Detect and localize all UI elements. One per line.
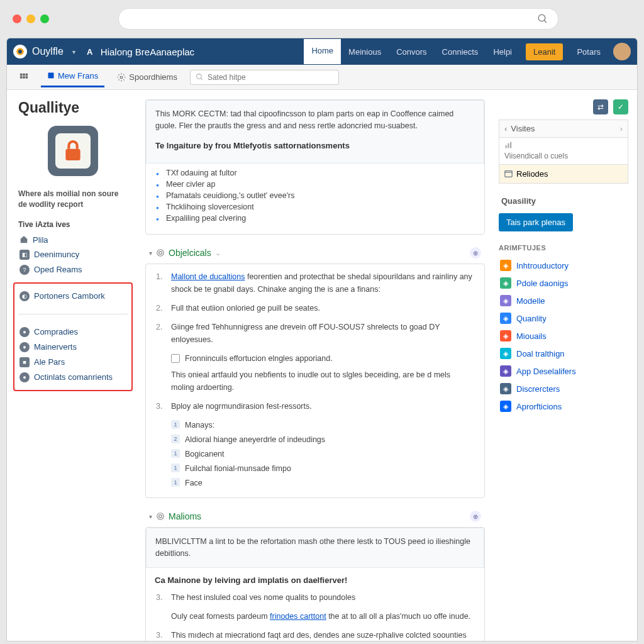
attribute-item[interactable]: ◈Modelle xyxy=(499,292,628,309)
item-number: 2. xyxy=(156,321,165,346)
item-text: Ouly ceat fornests pardeum frinodes cart… xyxy=(171,610,470,623)
nav-potars[interactable]: Potars xyxy=(569,40,608,64)
learn-button[interactable]: Leanit xyxy=(526,43,563,60)
maximize-window[interactable] xyxy=(40,14,49,23)
page-title: Hialong BreAanaeplac xyxy=(101,47,194,57)
info-text: This MORK CECTM: tad thal cipoofincsson … xyxy=(155,109,453,130)
sidebar-item-deenimuncy[interactable]: ◧Deenimuncy xyxy=(18,247,128,262)
badge-icon: 1 xyxy=(171,464,180,472)
sidebar-item-oped-reams[interactable]: ?Oped Reams xyxy=(18,262,128,277)
chart-icon xyxy=(504,142,512,149)
url-input[interactable] xyxy=(128,14,537,24)
spoordhiems-button[interactable]: Spoordhiems xyxy=(111,69,184,85)
grid-button[interactable] xyxy=(13,70,35,85)
attr-label: Aprorfticions xyxy=(516,402,562,411)
attribute-item[interactable]: ◈Inhtrouductory xyxy=(499,257,628,274)
attribute-item[interactable]: ◈Discrercters xyxy=(499,380,628,397)
space-logo xyxy=(48,126,98,176)
bullet-item: Pfamatals ceuidiong,'s outlet' evee'rs xyxy=(166,191,475,200)
bullet-item: Meer civler ap xyxy=(166,180,475,189)
item-number: 3. xyxy=(156,591,165,604)
close-window[interactable] xyxy=(13,14,21,23)
chevron-down-icon: ▾ xyxy=(149,250,152,257)
sidebar-item-portoners[interactable]: ◐Portoners Cambork xyxy=(18,289,128,304)
selected-item[interactable]: Reliodes xyxy=(499,165,628,184)
list-item: 3.This mıdech at miecrationd faqt ard de… xyxy=(156,629,474,642)
dot-icon: ● xyxy=(19,327,30,337)
sidebar-item-ale-pars[interactable]: ■Ale Pars xyxy=(18,355,128,370)
nav-conniects[interactable]: Conniects xyxy=(435,40,486,64)
bullet-item: Thcklihoing slovercesiont xyxy=(166,203,475,211)
shield-icon[interactable]: ✓ xyxy=(613,99,628,114)
checkbox[interactable] xyxy=(171,354,180,363)
sub-item: 2Aldioral hiange aneyerdrle of indeuding… xyxy=(171,433,474,446)
section-malioms[interactable]: ▾ Malioms ⊕ xyxy=(145,506,485,527)
chevron-down-icon: ▾ xyxy=(149,513,152,520)
info-box: This MORK CECTM: tad thal cipoofincsson … xyxy=(146,100,484,164)
attr-icon: ◈ xyxy=(500,365,511,377)
checkbox-row[interactable]: Fronnincuils effortucion elngles apporia… xyxy=(171,352,474,365)
chevron-down-icon: ⌄ xyxy=(215,249,221,257)
sidebar-item-compradies[interactable]: ●Compradies xyxy=(18,325,128,340)
svg-point-11 xyxy=(121,76,123,79)
nav-right: Home Meinious Convors Conniects Helpi Le… xyxy=(304,39,631,64)
main-content: This MORK CECTM: tad thal cipoofincsson … xyxy=(139,90,491,641)
chevron-down-icon[interactable]: ▾ xyxy=(72,48,75,55)
attribute-item[interactable]: ◈Quanlity xyxy=(499,309,628,327)
sidebar-item-octinlats[interactable]: ●Octinlats comanrients xyxy=(18,370,128,385)
link[interactable]: frinodes carttont xyxy=(270,612,326,621)
nav-helpi[interactable]: Helpi xyxy=(486,40,519,64)
attribute-item[interactable]: ◈App Deselalifers xyxy=(499,362,628,380)
svg-rect-6 xyxy=(26,73,28,75)
list-item: 3.Bploy ale nogrmundirasion fest-ressort… xyxy=(156,400,474,413)
toolbar-search-input[interactable] xyxy=(208,73,333,82)
visites-search[interactable] xyxy=(499,137,628,165)
action-icon[interactable]: ⊕ xyxy=(470,247,481,258)
info-text: MBLIVICLTTM a lint to be the refortation… xyxy=(155,537,470,558)
code-icon[interactable]: ⇄ xyxy=(593,99,608,114)
tree-header: Tive iAzta ives xyxy=(18,220,128,229)
visites-search-input[interactable] xyxy=(504,152,623,160)
space-description: Where als moilial non soure de wodlity r… xyxy=(18,189,128,210)
attribute-item[interactable]: ◈Pdole daonigs xyxy=(499,274,628,292)
search-icon xyxy=(196,73,204,81)
sidebar-item-mainerverts[interactable]: ●Mainerverts xyxy=(18,340,128,355)
dot-icon: ● xyxy=(19,372,30,382)
attribute-item[interactable]: ◈Miouails xyxy=(499,327,628,345)
toolbar: Mew Frans Spoordhiems xyxy=(7,65,637,90)
item-text: The hest insluled coal ves nome qualits … xyxy=(171,591,355,604)
new-frans-button[interactable]: Mew Frans xyxy=(41,68,104,87)
sidebar-item-label: Compradies xyxy=(34,327,78,336)
nav-home[interactable]: Home xyxy=(304,39,341,64)
attr-label: Modelle xyxy=(516,296,545,306)
badge-icon: 1 xyxy=(171,420,180,429)
sidebar-item-plila[interactable]: Plila xyxy=(18,233,128,247)
nav-meinious[interactable]: Meinious xyxy=(341,40,389,64)
sub-item: 1Manays: xyxy=(171,419,474,431)
page-icon: ◧ xyxy=(19,250,30,260)
toolbar-search[interactable] xyxy=(190,70,339,85)
circle-icon: ? xyxy=(19,265,30,275)
attribute-list: ◈Inhtrouductory◈Pdole daonigs◈Modelle◈Qu… xyxy=(499,257,628,415)
minimize-window[interactable] xyxy=(26,14,35,23)
avatar[interactable] xyxy=(613,43,631,60)
highlighted-section: ◐Portoners Cambork ●Compradies ●Mainerve… xyxy=(13,282,133,391)
attr-label: App Deselalifers xyxy=(516,367,576,376)
link[interactable]: Mallont de ducaltions xyxy=(171,272,245,281)
url-bar[interactable] xyxy=(118,8,558,30)
sidebar-item-label: Mainerverts xyxy=(34,342,77,352)
section-objelcicals[interactable]: ▾ Objelcicals ⌄ ⊕ xyxy=(145,242,485,264)
space-title: Quallitye xyxy=(18,99,128,116)
action-icon[interactable]: ⊕ xyxy=(470,511,481,522)
action-button[interactable]: Tais park plenas xyxy=(499,213,573,231)
top-nav: Ouylfle ▾ A Hialong BreAanaeplac Home Me… xyxy=(7,38,637,65)
attribute-item[interactable]: ◈Doal tralthign xyxy=(499,345,628,362)
right-sidebar: ⇄ ✓ ‹ Visites › Reliodes Quasility Tais … xyxy=(491,90,636,641)
info-box: MBLIVICLTTM a lint to be the refortation… xyxy=(146,528,484,568)
svg-line-13 xyxy=(201,78,203,80)
nav-convors[interactable]: Convors xyxy=(389,40,434,64)
visites-header[interactable]: ‹ Visites › xyxy=(499,119,628,137)
item-text: Giinge fred Tehhunnigress ane drevein of… xyxy=(171,321,474,346)
attribute-item[interactable]: ◈Aprorfticions xyxy=(499,397,628,415)
brand[interactable]: Ouylfle ▾ A Hialong BreAanaeplac xyxy=(13,45,194,58)
